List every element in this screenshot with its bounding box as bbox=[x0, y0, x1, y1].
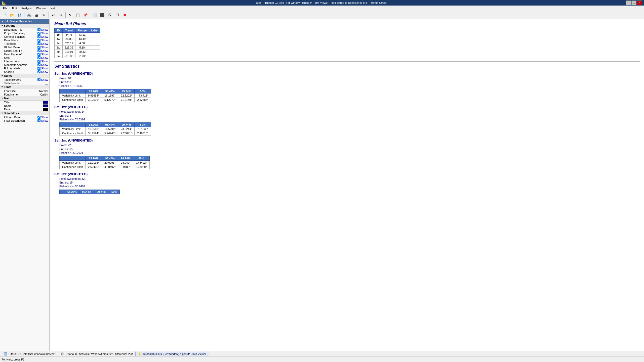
data-filters-section-header[interactable]: ▼ Data Filters bbox=[0, 111, 49, 115]
set-2m-entries: Entries: 15 bbox=[59, 147, 640, 151]
toolbar-copy[interactable]: 📋 bbox=[74, 12, 81, 18]
text-arrow: ▼ bbox=[1, 97, 3, 100]
global-mean-checkbox[interactable] bbox=[37, 46, 41, 49]
menu-edit[interactable]: Edit bbox=[10, 6, 19, 10]
toolbar-window1[interactable]: 🗗 bbox=[106, 12, 113, 18]
set-1w-poles: Poles (weighted): 14 bbox=[59, 110, 640, 114]
fonts-label: Fonts bbox=[4, 85, 11, 88]
section-global-mean: Global Mean Show bbox=[0, 46, 49, 49]
section-project-summary: Project Summary Show bbox=[0, 31, 49, 35]
set-2w-entries: Entries: 15 bbox=[59, 181, 640, 185]
toolbar-close[interactable]: ✖ bbox=[121, 12, 128, 18]
toolbar-print[interactable]: 🖨️ bbox=[25, 12, 32, 18]
traverses-checkbox[interactable] bbox=[37, 42, 41, 45]
user-plane-checkbox[interactable] bbox=[37, 53, 41, 56]
menu-window[interactable]: Window bbox=[34, 6, 48, 10]
general-settings-checkbox[interactable] bbox=[37, 35, 41, 38]
set-2w-info: Poles (weighted): 32 Entries: 15 Fisher'… bbox=[59, 177, 640, 189]
intersections-checkbox[interactable] bbox=[37, 60, 41, 63]
tables-label: Tables bbox=[4, 74, 12, 77]
toolbar-undo[interactable]: ↩ bbox=[50, 12, 57, 18]
filtered-data-checkbox[interactable] bbox=[37, 116, 41, 119]
restore-button[interactable]: ❐ bbox=[631, 1, 636, 5]
font-size-value: Normal bbox=[39, 89, 48, 93]
sections-arrow: ▼ bbox=[1, 24, 3, 27]
kinematic-checkbox[interactable] bbox=[37, 63, 41, 66]
set-2m-table: 68.26% 95.44% 99.74% 50% Variability Lim… bbox=[59, 156, 150, 169]
data-color-swatch[interactable] bbox=[43, 108, 48, 111]
menu-help[interactable]: Help bbox=[49, 6, 58, 10]
col-id: ID bbox=[55, 28, 63, 33]
menu-file[interactable]: File bbox=[1, 6, 10, 10]
toolbar-paste[interactable]: 📌 bbox=[82, 12, 89, 18]
toolbar-save[interactable] bbox=[16, 12, 23, 18]
set-1m-poles: Poles: 10 bbox=[59, 76, 640, 80]
data-filters-arrow: ▼ bbox=[1, 112, 3, 114]
sets-checkbox[interactable] bbox=[37, 56, 41, 59]
toolbar-new[interactable]: 📄 bbox=[1, 12, 8, 18]
tables-header[interactable]: ▼ Tables bbox=[0, 74, 49, 78]
sidebar-header: ▼ Info Viewer Properties bbox=[0, 19, 49, 24]
sections-header[interactable]: ▼ Sections bbox=[0, 24, 49, 28]
svg-rect-1 bbox=[19, 14, 20, 15]
filter-desc-checkbox[interactable] bbox=[37, 119, 41, 122]
set-2w-poles: Poles (weighted): 32 bbox=[59, 177, 640, 181]
section-table-header: Table Header bbox=[0, 81, 49, 85]
set-2m-fishersk: Fisher's K: 50.7021 bbox=[59, 151, 640, 155]
fonts-header[interactable]: ▼ Fonts bbox=[0, 85, 49, 89]
toolbar-split-v[interactable]: ⬜ bbox=[91, 12, 98, 18]
filter-description-item: Filter Description Show bbox=[0, 119, 49, 122]
global-best-fit-checkbox[interactable] bbox=[37, 49, 41, 52]
table-header-checkbox[interactable] bbox=[45, 82, 48, 85]
toolbar-window2[interactable]: 🗖 bbox=[114, 12, 121, 18]
set-2m-poles: Poles: 22 bbox=[59, 143, 640, 147]
status-tab-2[interactable]: Tutorial 03 Sets (Set Window).dips8:2* -… bbox=[58, 352, 136, 356]
toolbar-pointer[interactable]: ↖ bbox=[67, 12, 74, 18]
stereonet-icon bbox=[61, 352, 64, 356]
toolbar-open[interactable]: 📂 bbox=[9, 12, 16, 18]
menu-analysis[interactable]: Analysis bbox=[19, 6, 34, 10]
set-1w-table: 68.26% 95.44% 99.74% 50% Variability Lim… bbox=[59, 122, 151, 135]
toolbar: 📄 📂 🖨️ 🖨 👁 ↩ ↪ ↖ 📋 📌 ⬜ ⬛ 🗗 🗖 ✖ bbox=[0, 11, 644, 19]
text-data-item: Data bbox=[0, 108, 49, 111]
table-icon bbox=[4, 352, 7, 356]
fold-checkbox[interactable] bbox=[37, 67, 41, 70]
title-color-swatch[interactable] bbox=[43, 101, 48, 104]
spacing-checkbox[interactable] bbox=[37, 70, 41, 73]
toolbar-preview[interactable]: 👁 bbox=[41, 12, 48, 18]
status-tab-1[interactable]: Tutorial 03 Sets (Set Window).dips8:1* bbox=[1, 352, 58, 356]
set-1w-heading: Set: 1w: (WEIGHTED) bbox=[54, 105, 640, 109]
set-1w-info: Poles (weighted): 14 Entries: 8 Fisher's… bbox=[59, 110, 640, 121]
filtered-data-item: Filtered Data Show bbox=[0, 115, 49, 119]
toolbar-redo[interactable]: ↪ bbox=[57, 12, 64, 18]
sidebar-arrow: ▼ bbox=[2, 20, 4, 23]
mean-set-planes-table: ID Trend Plunge Label 1m84.7343.11 1w84.… bbox=[54, 28, 100, 58]
name-color-swatch[interactable] bbox=[43, 104, 48, 107]
table-row: Variability Limit 9.83694° 16.1697° 22.5… bbox=[60, 94, 151, 98]
toolbar-split-h[interactable]: ⬛ bbox=[99, 12, 106, 18]
titlebar: 📐 Dips - [Tutorial 03 Sets (Set Window).… bbox=[0, 0, 644, 6]
section-fold-analysis: Fold Analysis Show bbox=[0, 67, 49, 70]
table-borders-checkbox[interactable] bbox=[37, 78, 41, 81]
table-row: 1m84.7343.11 bbox=[55, 33, 100, 37]
table-row: 3w215.3321.82 bbox=[55, 54, 100, 58]
close-button[interactable]: ✕ bbox=[637, 1, 642, 5]
menubar: File Edit Analysis Window Help bbox=[0, 6, 644, 11]
set-1w-fishersk: Fisher's Kw: 74.7192 bbox=[59, 118, 640, 121]
tables-arrow: ▼ bbox=[1, 74, 3, 77]
fonts-arrow: ▼ bbox=[1, 86, 3, 88]
section-user-plane-info: User Plane Info Show bbox=[0, 53, 49, 56]
document-title-checkbox[interactable] bbox=[37, 28, 41, 31]
table-row: Confidence Limit 3.12535° 5.12772° 7.121… bbox=[60, 98, 151, 102]
minimize-button[interactable]: ─ bbox=[626, 1, 631, 5]
table-row: Confidence Limit 3.19524° 5.24243° 7.280… bbox=[60, 131, 151, 135]
status-tab-3[interactable]: i Tutorial 03 Sets (Set Window).dips8:3*… bbox=[136, 352, 209, 356]
table-row: 3m216.9120.33 bbox=[55, 50, 100, 54]
section-document-title: Document Title Show bbox=[0, 28, 49, 31]
project-summary-checkbox[interactable] bbox=[37, 32, 41, 35]
toolbar-print2[interactable]: 🖨 bbox=[33, 12, 40, 18]
status-tab-3-label: Tutorial 03 Sets (Set Window).dips8:3* -… bbox=[143, 352, 206, 355]
col-plunge: Plunge bbox=[75, 28, 89, 33]
text-header[interactable]: ▼ Text bbox=[0, 96, 49, 101]
data-filters-checkbox[interactable] bbox=[37, 39, 41, 42]
